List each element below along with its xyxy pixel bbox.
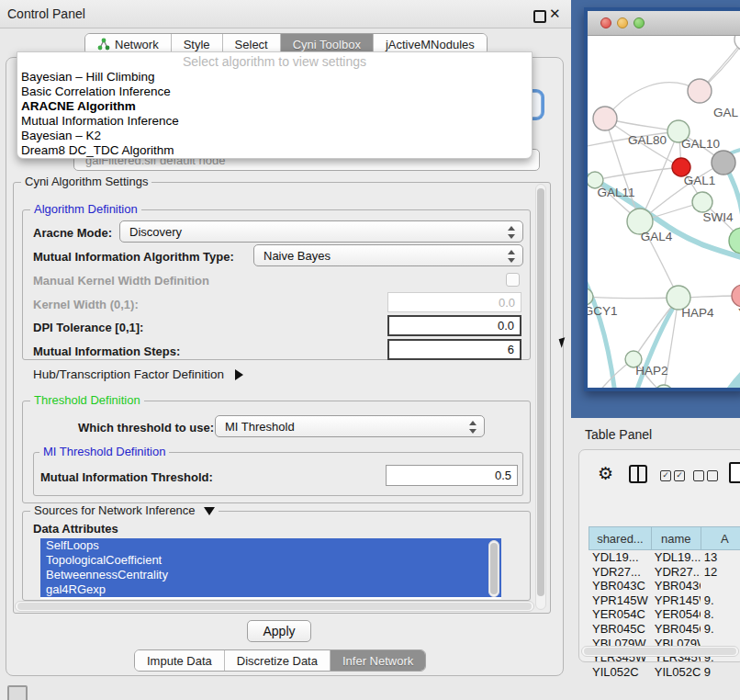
expand-right-icon <box>235 369 243 380</box>
float-window-icon[interactable] <box>533 10 546 23</box>
table-row[interactable]: YIL052CYIL052C9 <box>589 665 740 677</box>
panel-title: Control Panel <box>7 6 85 21</box>
attribute-item-betweennesscentrality[interactable]: BetweennessCentrality <box>40 568 501 582</box>
algorithm-option-dream8-dc-tdc-algorithm[interactable]: Dream8 DC_TDC Algorithm <box>17 143 532 158</box>
table-cell: 9 <box>701 665 740 677</box>
sources-group-toggle[interactable]: Sources for Network Inference <box>30 503 219 517</box>
data-attributes-list: SelfLoopsTopologicalCoefficientBetweenne… <box>40 538 501 599</box>
table-cell: YBR045C <box>589 622 651 637</box>
tab-discretize-data[interactable]: Discretize Data <box>225 650 331 671</box>
mi-algorithm-type-value: Naive Bayes <box>263 249 331 263</box>
table-row[interactable]: YER054CYER054C8. <box>589 607 740 622</box>
attribute-list-scrollbar[interactable] <box>488 540 499 597</box>
aracne-mode-combobox[interactable]: Discovery <box>119 220 523 243</box>
tab-label: Style <box>184 38 210 51</box>
node-label-gal11: GAL11 <box>597 186 634 199</box>
apply-button[interactable]: Apply <box>247 620 311 642</box>
table-row[interactable]: YDR27...YDR27...12 <box>589 565 740 580</box>
minimize-traffic-light-icon[interactable] <box>617 17 628 28</box>
manual-kernel-checkbox[interactable] <box>506 273 520 287</box>
table-row[interactable]: YPR145WYPR145W9. <box>589 593 740 608</box>
column-header-shared[interactable]: shared... <box>589 526 651 550</box>
table-cell: 9. <box>701 593 740 608</box>
hub-section-label: Hub/Transcription Factor Definition <box>33 367 224 381</box>
dpi-tolerance-label: DPI Tolerance [0,1]: <box>33 321 143 334</box>
group-title: Threshold Definition <box>30 393 144 407</box>
aracne-mode-label: Aracne Mode: <box>33 226 112 240</box>
which-threshold-combobox[interactable]: MI Threshold <box>215 415 485 437</box>
close-traffic-light-icon[interactable] <box>600 17 611 28</box>
attribute-item-gal4rgexp[interactable]: gal4RGexp <box>40 582 501 597</box>
node-gal-partial[interactable] <box>688 79 712 103</box>
node-label-gal: GAL <box>713 106 739 119</box>
gear-icon[interactable]: ⚙ <box>598 463 613 484</box>
table-cell: 8. <box>701 607 740 622</box>
file-icon[interactable] <box>729 462 740 483</box>
node-gray-node[interactable] <box>712 151 735 175</box>
table-cell: YDR27... <box>651 565 701 580</box>
algorithm-option-mutual-information-inference[interactable]: Mutual Information Inference <box>17 114 532 129</box>
network-window: GALGAL80GAL10GAL1GAL11SWI4GAL4GCY1HAP4YH… <box>584 7 740 391</box>
node-label-gal1: GAL1 <box>684 174 716 187</box>
settings-horizontal-scrollbar[interactable] <box>15 601 534 612</box>
table-row[interactable]: YDL19...YDL19...13 <box>589 550 740 565</box>
split-columns-icon[interactable] <box>629 465 647 483</box>
table-panel-title: Table Panel <box>585 427 652 442</box>
network-view-panel: GALGAL80GAL10GAL1GAL11SWI4GAL4GCY1HAP4YH… <box>571 0 740 418</box>
tab-infer-network[interactable]: Infer Network <box>331 650 425 671</box>
column-header-a[interactable]: A <box>701 526 740 550</box>
algorithm-option-basic-correlation-inference[interactable]: Basic Correlation Inference <box>17 85 532 99</box>
network-window-titlebar[interactable] <box>588 11 740 36</box>
table-row[interactable]: YBR043CYBR043C <box>589 579 740 593</box>
network-edge <box>723 356 740 389</box>
table-cell: YDL19... <box>589 550 651 565</box>
cyni-mode-tab-bar: Impute DataDiscretize DataInfer Network <box>134 649 426 672</box>
which-threshold-value: MI Threshold <box>225 420 295 434</box>
node-salmon-node[interactable] <box>732 285 740 307</box>
control-panel-titlebar <box>0 0 571 28</box>
tab-label: Network <box>115 38 159 51</box>
dpi-tolerance-field[interactable] <box>387 315 521 336</box>
algorithm-option-bayesian-k2[interactable]: Bayesian – K2 <box>17 129 532 143</box>
stepper-arrows-icon <box>508 249 515 264</box>
attribute-item-topologicalcoefficient[interactable]: TopologicalCoefficient <box>40 553 501 568</box>
node-GAL80[interactable] <box>593 107 617 130</box>
node-SWI4-node[interactable] <box>729 228 740 254</box>
zoom-traffic-light-icon[interactable] <box>633 17 645 28</box>
node-label-swi4: SWI4 <box>702 210 733 224</box>
mi-steps-field[interactable] <box>387 339 521 360</box>
panel-grip[interactable] <box>7 685 28 700</box>
algorithm-option-bayesian-hill-climbing[interactable]: Bayesian – Hill Climbing <box>17 70 532 85</box>
mi-algorithm-type-combobox[interactable]: Naive Bayes <box>253 244 523 266</box>
tab-impute-data[interactable]: Impute Data <box>135 650 225 671</box>
network-edge <box>730 143 740 153</box>
column-header-name[interactable]: name <box>651 526 701 550</box>
attribute-item-selfloops[interactable]: SelfLoops <box>40 538 501 553</box>
table-row[interactable]: YBR045CYBR045C9. <box>589 622 740 637</box>
control-panel: Control Panel ✕ NetworkStyleSelectCyni T… <box>0 0 571 700</box>
group-title: Algorithm Definition <box>30 202 141 216</box>
table-panel-body: ⚙ ✓✓ shared...nameA YDL19...YDL19...13YD… <box>578 449 740 662</box>
algorithm-option-aracne-algorithm[interactable]: ARACNE Algorithm <box>17 99 532 114</box>
which-threshold-label: Which threshold to use: <box>78 421 214 435</box>
mi-threshold-field[interactable] <box>386 465 518 486</box>
table-horizontal-scrollbar[interactable] <box>581 646 739 657</box>
network-canvas[interactable]: GALGAL80GAL10GAL1GAL11SWI4GAL4GCY1HAP4YH… <box>588 36 740 389</box>
kernel-width-field[interactable] <box>387 292 521 312</box>
hub-section-toggle[interactable]: Hub/Transcription Factor Definition <box>33 367 243 381</box>
table-panel: Table Panel ⚙ ✓✓ shared...nameA YDL19...… <box>571 418 740 700</box>
node-label-hap2: HAP2 <box>635 364 667 378</box>
manual-kernel-label: Manual Kernel Width Definition <box>33 274 209 288</box>
table-cell <box>701 579 740 593</box>
node-GAL1[interactable] <box>692 192 712 212</box>
settings-vertical-scrollbar[interactable] <box>535 184 546 610</box>
checked-pair-icon[interactable]: ✓✓ <box>660 470 685 481</box>
network-edge <box>595 167 681 180</box>
unchecked-pair-icon[interactable] <box>693 470 718 481</box>
data-attributes-label: Data Attributes <box>33 522 118 536</box>
node-bottom-partial[interactable] <box>655 385 673 389</box>
algorithm-placeholder: Select algorithm to view settings <box>17 52 532 70</box>
table-cell: YBR043C <box>589 579 651 593</box>
close-icon[interactable]: ✕ <box>549 6 561 22</box>
network-edge <box>588 264 615 389</box>
